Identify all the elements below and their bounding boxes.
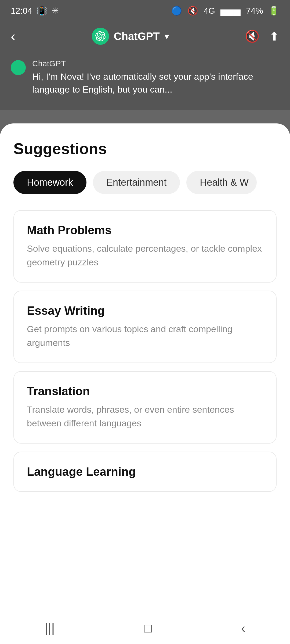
network-icon: 4G bbox=[204, 6, 215, 16]
nav-back[interactable]: ‹ bbox=[241, 621, 245, 635]
app-title: ChatGPT bbox=[114, 30, 160, 42]
card-essay-title: Essay Writing bbox=[27, 304, 263, 317]
back-button[interactable]: ‹ bbox=[11, 28, 15, 44]
mute-icon: 🔇 bbox=[187, 6, 198, 16]
card-math-title: Math Problems bbox=[27, 224, 263, 237]
time: 12:04 bbox=[11, 6, 32, 16]
bluetooth-icon: 🔵 bbox=[171, 6, 182, 16]
card-math-problems[interactable]: Math Problems Solve equations, calculate… bbox=[13, 210, 277, 283]
category-pills: Homework Entertainment Health & W bbox=[13, 171, 277, 194]
header-center: ChatGPT ▾ bbox=[92, 28, 169, 45]
card-translation[interactable]: Translation Translate words, phrases, or… bbox=[13, 371, 277, 444]
suggestion-cards: Math Problems Solve equations, calculate… bbox=[13, 210, 277, 492]
signal-bars: ▅▅▅ bbox=[220, 6, 241, 16]
status-left: 12:04 📳 ✳ bbox=[11, 6, 59, 16]
chat-preview-area: ChatGPT Hi, I'm Nova! I've automatically… bbox=[0, 51, 290, 110]
card-math-desc: Solve equations, calculate percentages, … bbox=[27, 242, 263, 269]
app-header: ‹ ChatGPT ▾ 🔇 ⬆ bbox=[0, 21, 290, 51]
card-essay-writing[interactable]: Essay Writing Get prompts on various top… bbox=[13, 291, 277, 363]
status-bar: 12:04 📳 ✳ 🔵 🔇 4G ▅▅▅ 74% 🔋 bbox=[0, 0, 290, 21]
nav-home[interactable]: □ bbox=[144, 621, 152, 635]
card-essay-desc: Get prompts on various topics and craft … bbox=[27, 322, 263, 350]
battery-level: 74% bbox=[246, 6, 263, 16]
nav-recent-apps[interactable]: ||| bbox=[45, 621, 55, 635]
chatgpt-logo bbox=[92, 28, 109, 45]
suggestions-title: Suggestions bbox=[13, 140, 277, 158]
header-actions: 🔇 ⬆ bbox=[245, 29, 279, 43]
status-right: 🔵 🔇 4G ▅▅▅ 74% 🔋 bbox=[171, 6, 279, 16]
pill-homework[interactable]: Homework bbox=[13, 171, 86, 194]
card-language-title: Language Learning bbox=[27, 465, 263, 478]
bottom-nav: ||| □ ‹ bbox=[0, 612, 290, 644]
suggestions-sheet: Suggestions Homework Entertainment Healt… bbox=[0, 123, 290, 644]
card-translation-title: Translation bbox=[27, 385, 263, 398]
share-button[interactable]: ⬆ bbox=[269, 30, 279, 43]
battery-icon: 🔋 bbox=[269, 6, 279, 16]
pill-health[interactable]: Health & W bbox=[186, 171, 257, 194]
card-translation-desc: Translate words, phrases, or even entire… bbox=[27, 403, 263, 430]
notification-icon: ✳ bbox=[52, 6, 59, 16]
vibrate-icon: 📳 bbox=[37, 6, 47, 16]
chat-preview-text: Hi, I'm Nova! I've automatically set you… bbox=[32, 70, 279, 96]
agent-name: ChatGPT bbox=[32, 59, 279, 68]
mute-button[interactable]: 🔇 bbox=[245, 29, 260, 43]
chat-preview: ChatGPT Hi, I'm Nova! I've automatically… bbox=[32, 59, 279, 96]
pill-entertainment[interactable]: Entertainment bbox=[93, 171, 180, 194]
dropdown-chevron-icon[interactable]: ▾ bbox=[165, 32, 169, 41]
card-language-learning[interactable]: Language Learning bbox=[13, 452, 277, 492]
chatgpt-avatar bbox=[11, 60, 26, 75]
